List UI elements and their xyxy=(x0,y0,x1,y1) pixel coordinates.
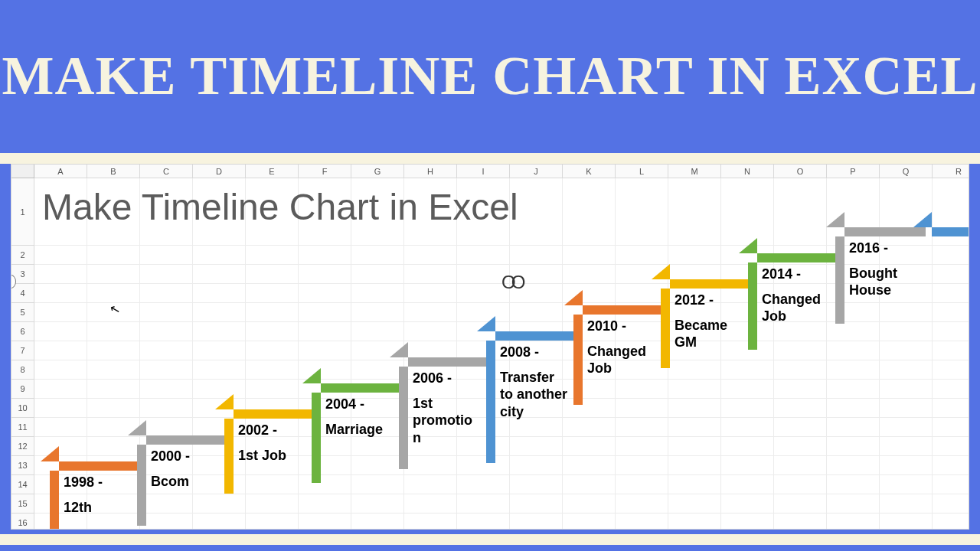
step-wall xyxy=(486,341,495,463)
step-cap xyxy=(652,261,751,289)
column-header[interactable]: C xyxy=(140,165,193,178)
timeline-step: 2000 -Bcom xyxy=(128,417,227,445)
row-header[interactable]: 4 xyxy=(11,284,34,303)
row-headers: 123456789101112131415161718 xyxy=(11,178,34,529)
column-header[interactable]: Q xyxy=(880,165,933,178)
column-header[interactable]: P xyxy=(827,165,880,178)
step-cap xyxy=(41,443,140,471)
column-header[interactable]: K xyxy=(563,165,616,178)
step-cap xyxy=(302,365,402,393)
step-label: 2016 -Bought House xyxy=(849,240,916,299)
row-header[interactable]: 1 xyxy=(11,178,34,246)
row-header[interactable]: 6 xyxy=(11,322,34,341)
step-bar xyxy=(583,305,664,315)
step-wall xyxy=(573,315,583,405)
step-label: 2006 -1st promotion xyxy=(413,370,480,446)
step-cap xyxy=(215,391,315,419)
step-label: 1998 -12th xyxy=(64,474,131,516)
column-header[interactable]: J xyxy=(510,165,563,178)
title-banner: MAKE TIMELINE CHART IN EXCEL xyxy=(0,0,980,153)
step-year: 2004 - xyxy=(325,396,393,413)
triangle-icon xyxy=(739,238,757,253)
row-header[interactable]: 11 xyxy=(11,418,34,437)
column-header[interactable]: O xyxy=(774,165,827,178)
timeline-step: 2004 -Marriage xyxy=(302,365,402,393)
step-year: 2016 - xyxy=(849,240,916,257)
row-header[interactable]: 13 xyxy=(11,456,34,475)
step-year: 2014 - xyxy=(762,266,829,283)
column-header[interactable]: D xyxy=(193,165,246,178)
step-cap xyxy=(390,339,489,367)
triangle-icon xyxy=(302,368,321,383)
triangle-icon xyxy=(390,342,408,357)
step-wall xyxy=(399,367,408,469)
step-label: 2004 -Marriage xyxy=(325,396,393,438)
step-cap xyxy=(564,287,664,315)
step-bar xyxy=(234,409,315,419)
column-header[interactable]: E xyxy=(246,165,299,178)
step-event: Changed Job xyxy=(762,291,829,325)
column-headers: ABCDEFGHIJKLMNOPQR xyxy=(34,165,969,178)
column-header[interactable]: G xyxy=(351,165,404,178)
row-header[interactable]: 16 xyxy=(11,514,34,530)
column-header[interactable]: L xyxy=(616,165,668,178)
step-year: 2012 - xyxy=(675,292,742,309)
step-event: Became GM xyxy=(675,317,742,351)
row-header[interactable]: 14 xyxy=(11,475,34,494)
step-event: Bought House xyxy=(849,265,916,299)
timeline-step: 2002 -1st Job xyxy=(215,391,315,419)
row-header[interactable]: 9 xyxy=(11,380,34,399)
step-bar xyxy=(59,461,140,471)
step-year: 2008 - xyxy=(500,344,567,361)
timeline-step: 2014 -Changed Job xyxy=(739,235,838,262)
timeline-step: 2006 -1st promotion xyxy=(390,339,489,367)
timeline-step: 2008 -Transfer to another city xyxy=(477,313,577,341)
step-year: 2000 - xyxy=(151,448,218,465)
timeline-step: 2012 -Became GM xyxy=(652,261,751,289)
column-header[interactable]: R xyxy=(933,165,969,178)
row-header[interactable]: 12 xyxy=(11,437,34,456)
divider-bottom xyxy=(0,534,980,545)
banner-title: MAKE TIMELINE CHART IN EXCEL xyxy=(2,47,978,106)
triangle-icon xyxy=(564,290,583,305)
triangle-icon xyxy=(128,420,146,435)
step-cap xyxy=(739,235,838,262)
column-header[interactable]: H xyxy=(404,165,457,178)
triangle-icon xyxy=(652,264,670,279)
step-wall xyxy=(835,236,844,324)
step-bar xyxy=(670,279,751,289)
step-event: Marriage xyxy=(325,421,393,439)
triangle-icon xyxy=(215,394,234,409)
spreadsheet: ABCDEFGHIJKLMNOPQR 123456789101112131415… xyxy=(11,164,969,530)
column-header[interactable]: N xyxy=(721,165,774,178)
step-year: 2006 - xyxy=(413,370,480,387)
step-wall xyxy=(50,471,59,530)
select-all-corner[interactable] xyxy=(11,165,34,178)
row-header[interactable]: 5 xyxy=(11,303,34,322)
row-header[interactable]: 15 xyxy=(11,494,34,514)
step-wall xyxy=(137,445,146,526)
step-year: 2010 - xyxy=(587,318,655,335)
step-label: 2010 -Changed Job xyxy=(587,318,655,377)
column-header[interactable]: F xyxy=(299,165,351,178)
row-header[interactable]: 10 xyxy=(11,399,34,418)
row-header[interactable]: 7 xyxy=(11,341,34,360)
step-wall xyxy=(224,419,234,494)
step-cap xyxy=(826,209,926,236)
row-header[interactable]: 8 xyxy=(11,360,34,380)
column-header[interactable]: B xyxy=(87,165,140,178)
step-event: 12th xyxy=(64,499,131,517)
step-label: 2012 -Became GM xyxy=(675,292,742,351)
column-header[interactable]: I xyxy=(457,165,510,178)
step-cap xyxy=(477,313,577,341)
column-header[interactable]: M xyxy=(668,165,721,178)
triangle-icon xyxy=(41,446,59,461)
timeline-step: 2016 -Bought House xyxy=(826,209,926,236)
timeline-step: 1998 -12th xyxy=(41,443,140,471)
step-bar xyxy=(495,331,577,341)
step-bar xyxy=(321,383,402,393)
column-header[interactable]: A xyxy=(34,165,87,178)
row-header[interactable]: 2 xyxy=(11,246,34,265)
step-label: 2008 -Transfer to another city xyxy=(500,344,567,420)
divider-top xyxy=(0,153,980,164)
